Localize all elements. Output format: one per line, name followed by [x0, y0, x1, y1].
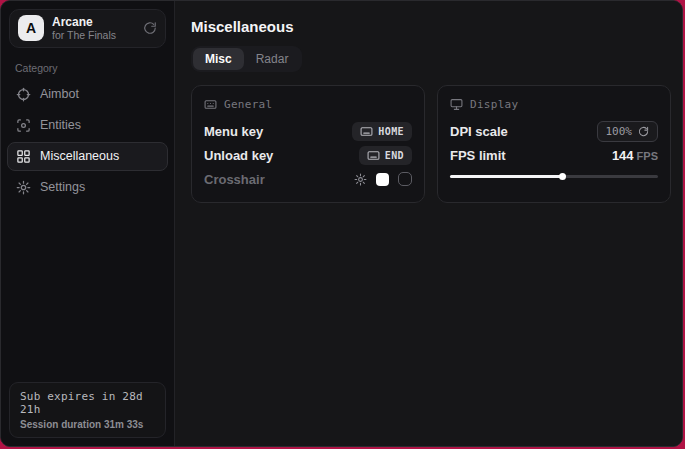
unload-key-button[interactable]: END [359, 146, 412, 165]
tab-misc[interactable]: Misc [193, 48, 244, 70]
crosshair-checkbox[interactable] [398, 172, 412, 186]
unload-key-row: Unload key END [204, 144, 412, 166]
display-card: Display DPI scale 100% FPS limit [437, 85, 671, 203]
crosshair-settings-gear-icon[interactable] [354, 173, 367, 186]
fps-limit-row: FPS limit 144FPS [450, 144, 658, 166]
subscription-info: Sub expires in 28d 21h Session duration … [9, 382, 166, 438]
sidebar-item-label: Miscellaneous [40, 149, 119, 163]
crosshair-color-swatch[interactable] [376, 173, 389, 186]
grid-icon [16, 149, 31, 164]
general-icon [204, 98, 217, 111]
refresh-icon[interactable] [143, 21, 157, 35]
monitor-icon [450, 98, 463, 111]
menu-key-row: Menu key HOME [204, 120, 412, 142]
dpi-scale-value: 100% [606, 125, 633, 138]
crosshair-row: Crosshair [204, 168, 412, 190]
fps-slider-fill [450, 175, 562, 178]
tab-radar[interactable]: Radar [244, 48, 301, 70]
tab-bar: Misc Radar [191, 46, 302, 72]
card-title: General [224, 98, 272, 111]
crosshair-label: Crosshair [204, 172, 265, 187]
menu-key-label: Menu key [204, 124, 263, 139]
gear-icon [16, 180, 31, 195]
entities-icon [16, 118, 31, 133]
general-card: General Menu key HOME Unload key [191, 85, 425, 203]
menu-key-value: HOME [378, 126, 404, 137]
fps-limit-label: FPS limit [450, 148, 506, 163]
app-name: Arcane [52, 15, 116, 29]
sidebar-item-entities[interactable]: Entities [7, 111, 168, 140]
crosshair-icon [16, 87, 31, 102]
main-content: Miscellaneous Misc Radar General Menu ke… [175, 1, 683, 446]
sidebar: A Arcane for The Finals Category Aim [1, 1, 175, 446]
app-header: A Arcane for The Finals [9, 9, 166, 48]
sidebar-item-label: Settings [40, 180, 85, 194]
sidebar-item-settings[interactable]: Settings [7, 173, 168, 202]
sub-expiry-text: Sub expires in 28d 21h [20, 390, 155, 416]
app-window: A Arcane for The Finals Category Aim [0, 0, 683, 447]
keyboard-icon [360, 125, 373, 138]
unload-key-label: Unload key [204, 148, 273, 163]
sidebar-item-aimbot[interactable]: Aimbot [7, 80, 168, 109]
cycle-icon [638, 126, 649, 137]
keyboard-icon [367, 149, 380, 162]
fps-limit-unit: FPS [637, 150, 658, 162]
page-title: Miscellaneous [191, 18, 671, 35]
session-duration-text: Session duration 31m 33s [20, 419, 155, 430]
card-title: Display [470, 98, 518, 111]
dpi-scale-label: DPI scale [450, 124, 508, 139]
sidebar-item-label: Entities [40, 118, 81, 132]
fps-slider-thumb[interactable] [559, 173, 566, 180]
dpi-scale-row: DPI scale 100% [450, 120, 658, 142]
app-subtitle: for The Finals [52, 29, 116, 42]
app-logo: A [18, 15, 44, 41]
sidebar-item-miscellaneous[interactable]: Miscellaneous [7, 142, 168, 171]
sidebar-nav: Aimbot Entities Miscellaneous [1, 78, 174, 204]
unload-key-value: END [385, 150, 404, 161]
category-label: Category [15, 62, 174, 74]
menu-key-button[interactable]: HOME [352, 122, 412, 141]
dpi-scale-select[interactable]: 100% [597, 121, 659, 142]
sidebar-item-label: Aimbot [40, 87, 79, 101]
fps-limit-slider[interactable] [450, 175, 658, 178]
fps-limit-value: 144 [612, 148, 634, 163]
